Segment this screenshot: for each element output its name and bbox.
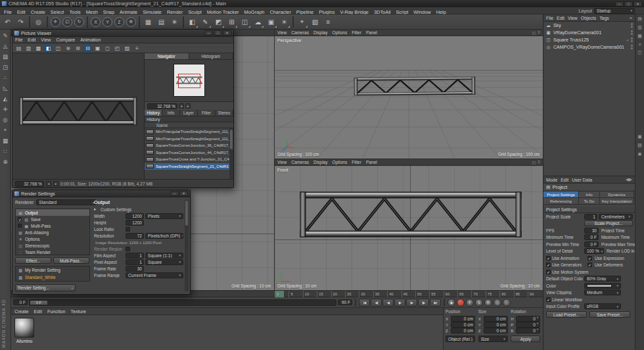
material-menu-item[interactable]: Texture [71,309,87,314]
status-zoom-field[interactable]: 32.768 % [15,181,44,187]
use-expression-checkbox[interactable] [587,256,592,261]
object-row[interactable]: ☁ Sky ✓ [543,22,635,29]
minimize-button[interactable]: ─ [204,30,213,36]
lock-ratio-checkbox[interactable] [126,227,130,232]
picture-viewer-menu-item[interactable]: File [15,38,22,42]
object-name[interactable]: CAMPOS_VRayDomeCamera001 [553,45,624,50]
add-environment-icon[interactable]: ☁ [252,16,264,28]
snap-settings-icon[interactable]: ⌖ [296,16,308,28]
width-field[interactable]: 1200 [126,213,144,219]
zoom-decrease-icon[interactable]: ◂ [46,181,51,186]
object-manager-menu-item[interactable]: Edit [557,16,564,20]
picture-viewer-menu-item[interactable]: Edit [28,38,35,42]
fps-field[interactable]: 30 [584,228,599,234]
play-button[interactable]: ▶ [394,299,405,307]
render-setting-popup-button[interactable]: Render Setting... [15,284,76,291]
history-scrollbar[interactable] [229,128,233,179]
goto-end-button[interactable]: ▶| [430,299,441,307]
size-field[interactable]: 0 cm [484,322,508,328]
size-mode-dropdown[interactable]: Size [478,336,508,342]
keyframe-position-toggle[interactable]: P [466,299,474,307]
viewport-menu-item[interactable]: Display [313,30,328,35]
redo-icon[interactable]: ↷ [14,16,27,28]
zoom-increase-icon[interactable]: ▸ [53,181,58,186]
frame-range-dropdown[interactable]: Current Frame [126,272,183,278]
workplane-mode-icon[interactable]: ◳ [1,63,10,71]
object-name[interactable]: Square Truss125 [553,38,589,43]
goto-start-button[interactable]: |◀ [359,299,370,307]
film-aspect-field[interactable]: 1 [126,253,144,259]
position-field[interactable]: 0 cm [451,328,475,334]
picture-viewer-menu-item[interactable]: Animation [80,38,101,42]
frame-rate-field[interactable]: 30 [126,266,144,272]
quantize-icon[interactable]: ∷ [1,147,10,155]
project-scale-field[interactable]: 1 [584,214,597,220]
viewport-menu-item[interactable]: Panel [366,30,377,35]
minimize-button[interactable]: ─ [615,1,624,7]
render-settings-category[interactable]: ◫ Stereoscopic [16,242,89,249]
add-light-icon[interactable]: ☀ [278,16,290,28]
add-primitive-icon[interactable]: ◧ [186,16,198,28]
section-header[interactable]: Project Settings [543,207,635,213]
y-axis-lock-icon[interactable]: Y [103,17,112,27]
scale-tool-icon[interactable]: ◱ [62,17,72,27]
enable-axis-icon[interactable]: ✛ [1,105,10,113]
maximize-button[interactable]: □ [214,30,222,36]
navigator-view-rect[interactable] [178,74,200,88]
attribute-tab[interactable]: Referencing [543,198,579,205]
enable-snap-icon[interactable]: ⌖ [1,126,10,134]
info-tab[interactable]: Info [162,110,180,116]
close-button[interactable]: ✕ [223,30,231,36]
render-settings-category[interactable]: ∷ Team Render [16,249,89,255]
object-manager-menu-item[interactable]: Tags [599,16,609,20]
attribute-tab[interactable]: Info [579,191,600,198]
preview-range-slider[interactable]: 0 F [29,299,336,306]
make-editable-icon[interactable]: ✎ [1,31,10,39]
texture-mode-icon[interactable]: ▨ [1,52,10,61]
separator[interactable] [47,16,48,28]
render-settings-icon[interactable]: ✳ [168,16,181,28]
history-item[interactable]: SquareTrussCross and T-Junction_31_C4dR1… [145,156,233,163]
open-file-icon[interactable]: ▤ [14,44,23,53]
visibility-dots[interactable] [631,38,633,42]
coordinate-system-icon[interactable]: ⊕ [126,17,136,27]
viewport-perspective[interactable]: ViewCamerasDisplayOptionsFilterPanel ◰≡ [275,30,543,159]
maximize-button[interactable]: □ [624,1,633,7]
pixel-aspect-field[interactable]: 1 [126,259,144,265]
layers-icon[interactable]: ≡ [133,44,141,53]
next-key-button[interactable]: |▶ [418,299,429,307]
material-menu-item[interactable]: Create [14,309,29,314]
viewport-menu-item[interactable]: Options [333,30,348,35]
object-manager-menu-item[interactable]: File [546,16,553,20]
size-field[interactable]: 0 cm [484,328,508,334]
viewport-menu-item[interactable]: Filter [352,160,361,164]
object-manager-menu-item[interactable]: Objects [581,16,596,20]
attribute-tab[interactable]: Dynamics [600,191,634,198]
add-deformer-icon[interactable]: ◫ [239,16,251,28]
object-row[interactable]: ◎ CAMPOS_VRayDomeCamera001 ✓ [543,43,635,51]
separator[interactable] [87,16,88,28]
previous-frame-button[interactable]: ◀ [382,299,394,307]
load-preset-button[interactable]: Load Preset... [546,311,587,318]
width-unit-dropdown[interactable]: Pixels [145,213,183,219]
model-mode-icon[interactable]: ◬ [1,41,10,50]
attribute-tab[interactable]: Project Settings [543,191,579,198]
record-keyframe-button[interactable]: ◆ [448,299,455,307]
dock-snapshot-tab-icon[interactable]: ◉ [637,151,641,157]
position-field[interactable]: 0 cm [451,322,475,328]
height-field[interactable]: 1200 [126,220,144,226]
pixel-aspect-dropdown[interactable]: Square [145,259,183,265]
compare-ab-icon[interactable]: ◧ [44,44,53,53]
link-view-icon[interactable]: ⊕ [64,44,72,53]
use-deformers-checkbox[interactable] [587,262,592,267]
name-column-header[interactable]: Name [145,122,233,128]
zoom-out-icon[interactable]: ⊟ [83,44,92,53]
workplane-icon[interactable]: ▧ [309,16,321,28]
actual-pixels-icon[interactable]: ◻ [103,44,112,53]
render-view-icon[interactable]: ▦ [142,16,154,28]
save-preset-button[interactable]: Save Preset... [589,311,630,318]
render-settings-category[interactable]: ▤ Output [16,209,89,216]
color-swatch-dropdown[interactable] [584,283,621,289]
visibility-dots[interactable] [631,45,633,49]
resolution-unit-dropdown[interactable]: Pixels/Inch (DPI) [145,233,183,239]
